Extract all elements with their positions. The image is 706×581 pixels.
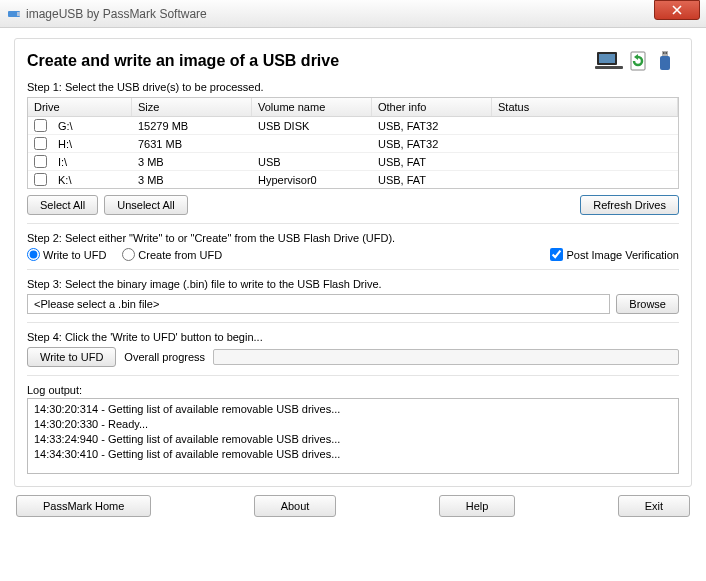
file-path-input[interactable] — [27, 294, 610, 314]
progress-label: Overall progress — [124, 351, 205, 363]
col-volume[interactable]: Volume name — [252, 98, 372, 116]
table-row[interactable]: K:\3 MBHypervisor0USB, FAT — [28, 171, 678, 188]
step4-label: Step 4: Click the 'Write to UFD' button … — [27, 331, 679, 343]
cell-volume: USB DISK — [252, 117, 372, 134]
close-button[interactable] — [654, 0, 700, 20]
computer-icon — [595, 49, 623, 73]
log-output[interactable]: 14:30:20:314 - Getting list of available… — [27, 398, 679, 474]
unselect-all-button[interactable]: Unselect All — [104, 195, 187, 215]
svg-rect-1 — [17, 12, 20, 16]
col-drive[interactable]: Drive — [28, 98, 132, 116]
cell-volume: USB — [252, 153, 372, 170]
col-size[interactable]: Size — [132, 98, 252, 116]
cell-status — [492, 171, 678, 188]
cell-drive: K:\ — [52, 171, 132, 188]
table-row[interactable]: I:\3 MBUSBUSB, FAT — [28, 153, 678, 171]
table-header: Drive Size Volume name Other info Status — [28, 98, 678, 117]
create-radio-label: Create from UFD — [138, 249, 222, 261]
cell-info: USB, FAT — [372, 171, 492, 188]
cell-status — [492, 135, 678, 152]
write-radio-label: Write to UFD — [43, 249, 106, 261]
close-icon — [672, 5, 682, 15]
window-title: imageUSB by PassMark Software — [26, 7, 654, 21]
cell-status — [492, 153, 678, 170]
cell-volume — [252, 135, 372, 152]
cell-drive: H:\ — [52, 135, 132, 152]
svg-rect-9 — [666, 52, 668, 54]
svg-rect-8 — [663, 52, 665, 54]
refresh-drives-button[interactable]: Refresh Drives — [580, 195, 679, 215]
passmark-home-button[interactable]: PassMark Home — [16, 495, 151, 517]
cell-drive: G:\ — [52, 117, 132, 134]
progress-bar — [213, 349, 679, 365]
cell-size: 3 MB — [132, 153, 252, 170]
post-verify-checkbox[interactable]: Post Image Verification — [550, 248, 679, 261]
post-verify-input[interactable] — [550, 248, 563, 261]
cell-volume: Hypervisor0 — [252, 171, 372, 188]
cell-size: 3 MB — [132, 171, 252, 188]
svg-rect-4 — [595, 66, 623, 69]
main-panel: Create and write an image of a USB drive… — [14, 38, 692, 487]
cell-size: 15279 MB — [132, 117, 252, 134]
cell-size: 7631 MB — [132, 135, 252, 152]
usb-icon — [655, 49, 679, 73]
help-button[interactable]: Help — [439, 495, 516, 517]
drive-checkbox[interactable] — [34, 155, 47, 168]
step3-label: Step 3: Select the binary image (.bin) f… — [27, 278, 679, 290]
app-icon — [6, 6, 22, 22]
drive-checkbox[interactable] — [34, 173, 47, 186]
post-verify-label: Post Image Verification — [566, 249, 679, 261]
create-from-ufd-radio[interactable]: Create from UFD — [122, 248, 222, 261]
step2-label: Step 2: Select either "Write" to or "Cre… — [27, 232, 679, 244]
cell-info: USB, FAT32 — [372, 117, 492, 134]
titlebar: imageUSB by PassMark Software — [0, 0, 706, 28]
select-all-button[interactable]: Select All — [27, 195, 98, 215]
browse-button[interactable]: Browse — [616, 294, 679, 314]
table-row[interactable]: G:\15279 MBUSB DISKUSB, FAT32 — [28, 117, 678, 135]
cell-info: USB, FAT32 — [372, 135, 492, 152]
exit-button[interactable]: Exit — [618, 495, 690, 517]
header-icons — [595, 49, 679, 73]
refresh-icon — [627, 49, 651, 73]
cell-info: USB, FAT — [372, 153, 492, 170]
footer-buttons: PassMark Home About Help Exit — [14, 495, 692, 517]
step1-label: Step 1: Select the USB drive(s) to be pr… — [27, 81, 679, 93]
col-status[interactable]: Status — [492, 98, 678, 116]
page-title: Create and write an image of a USB drive — [27, 52, 595, 70]
svg-rect-6 — [662, 51, 668, 56]
write-to-ufd-button[interactable]: Write to UFD — [27, 347, 116, 367]
table-row[interactable]: H:\7631 MBUSB, FAT32 — [28, 135, 678, 153]
cell-status — [492, 117, 678, 134]
about-button[interactable]: About — [254, 495, 337, 517]
drive-table: Drive Size Volume name Other info Status… — [27, 97, 679, 189]
cell-drive: I:\ — [52, 153, 132, 170]
create-radio-input[interactable] — [122, 248, 135, 261]
write-to-ufd-radio[interactable]: Write to UFD — [27, 248, 106, 261]
col-info[interactable]: Other info — [372, 98, 492, 116]
log-label: Log output: — [27, 384, 679, 396]
write-radio-input[interactable] — [27, 248, 40, 261]
svg-rect-7 — [660, 56, 670, 70]
drive-checkbox[interactable] — [34, 137, 47, 150]
svg-rect-3 — [599, 54, 615, 63]
drive-checkbox[interactable] — [34, 119, 47, 132]
